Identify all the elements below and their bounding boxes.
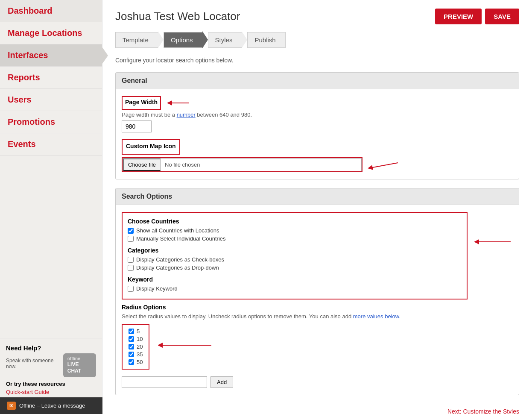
categories-label: Categories <box>128 247 462 254</box>
show-all-countries-checkbox[interactable] <box>128 228 134 234</box>
sidebar-item-dashboard[interactable]: Dashboard <box>0 0 102 22</box>
next-link[interactable]: Next: Customize the Styles <box>447 408 519 414</box>
show-all-countries-label: Show all Countries with Locations <box>136 227 219 234</box>
radius-checkboxes-box: 5 10 20 35 <box>122 324 149 370</box>
sidebar-item-users[interactable]: Users <box>0 89 102 111</box>
live-chat-offline: offline <box>67 356 92 361</box>
tab-template[interactable]: Template <box>115 31 164 48</box>
bottom-offline-bar[interactable]: ✉ Offline – Leave a message <box>0 397 102 414</box>
radius-35-checkbox[interactable] <box>129 352 134 357</box>
preview-button[interactable]: PREVIEW <box>435 9 482 24</box>
page-width-outlined-box: Page Width <box>122 96 161 110</box>
add-radius-input[interactable] <box>122 376 207 388</box>
radius-arrow <box>158 324 213 349</box>
radius-options-desc: Select the radius values to display. Unc… <box>122 313 513 320</box>
sidebar-item-label: Manage Locations <box>8 28 82 38</box>
tab-styles[interactable]: Styles <box>208 31 248 48</box>
radius-20-label: 20 <box>137 344 143 350</box>
radius-10-label: 10 <box>137 336 143 342</box>
resources-title: Or try these resources <box>6 381 96 387</box>
categories-checkboxes-label: Display Categories as Check-boxes <box>136 256 224 263</box>
search-arrow-svg <box>474 238 513 246</box>
radius-50-checkbox[interactable] <box>129 359 134 365</box>
radius-options-label: Radius Options <box>122 304 513 311</box>
page-width-input[interactable] <box>122 120 152 132</box>
sidebar-item-interfaces[interactable]: Interfaces <box>0 44 102 67</box>
add-radius-button[interactable]: Add <box>210 376 233 388</box>
custom-map-icon-field: Custom Map Icon Choose file No file chos… <box>122 139 513 172</box>
main-content: Joshua Test Web Locator PREVIEW SAVE Tem… <box>102 0 532 414</box>
radius-50-label: 50 <box>137 359 143 365</box>
general-section-body: Page Width Page <box>116 89 519 179</box>
categories-dropdown-row: Display Categories as Drop-down <box>128 264 462 271</box>
file-input-container: Choose file No file chosen <box>123 158 362 171</box>
sidebar-nav: Dashboard Manage Locations Interfaces Re… <box>0 0 102 338</box>
sidebar-item-label: Promotions <box>8 117 55 126</box>
help-subtitle: Speak with someone now. <box>6 358 61 370</box>
radius-35-label: 35 <box>137 351 143 358</box>
radius-35-row: 35 <box>129 351 143 358</box>
save-button[interactable]: SAVE <box>485 9 519 24</box>
radius-5-row: 5 <box>129 328 143 335</box>
manually-select-row: Manually Select Individual Countries <box>128 235 462 242</box>
radius-10-checkbox[interactable] <box>129 336 134 342</box>
bottom-offline-text: Offline – Leave a message <box>19 402 85 409</box>
general-section-header: General <box>116 73 519 89</box>
general-section: General Page Width <box>115 72 519 179</box>
choose-file-button[interactable]: Choose file <box>123 159 161 171</box>
page-width-label: Page Width <box>125 99 158 106</box>
live-chat-row: Speak with someone now. offline LIVE CHA… <box>6 353 96 377</box>
radius-5-label: 5 <box>137 328 140 335</box>
search-options-body: Choose Countries Show all Countries with… <box>116 205 519 395</box>
no-file-chosen-text: No file chosen <box>161 159 204 170</box>
page-title: Joshua Test Web Locator <box>115 10 240 23</box>
search-options-section: Search Options Choose Countries Show all… <box>115 188 519 395</box>
sidebar-item-label: Events <box>8 139 36 149</box>
radius-5-checkbox[interactable] <box>129 329 134 334</box>
live-chat-label: LIVE CHAT <box>67 361 92 375</box>
radius-10-row: 10 <box>129 336 143 342</box>
keyword-display-label: Display Keyword <box>136 285 178 292</box>
search-options-arrow <box>474 212 513 246</box>
sidebar-item-promotions[interactable]: Promotions <box>0 111 102 133</box>
sidebar-item-reports[interactable]: Reports <box>0 67 102 89</box>
page-width-arrow <box>165 99 191 107</box>
bottom-offline-icon: ✉ <box>7 402 16 410</box>
page-width-desc: Page width must be a number between 640 … <box>122 112 513 118</box>
tab-options[interactable]: Options <box>164 31 208 48</box>
categories-dropdown-label: Display Categories as Drop-down <box>136 264 219 271</box>
search-options-content: Choose Countries Show all Countries with… <box>122 212 513 299</box>
radius-50-row: 50 <box>129 359 143 365</box>
header-buttons: PREVIEW SAVE <box>435 9 519 24</box>
radius-row: 5 10 20 35 <box>122 324 513 374</box>
categories-checkboxes-checkbox[interactable] <box>128 257 134 263</box>
custom-map-arrow <box>366 159 400 171</box>
radius-20-row: 20 <box>129 344 143 350</box>
keyword-display-checkbox[interactable] <box>128 286 134 292</box>
radius-20-checkbox[interactable] <box>129 344 134 349</box>
section-description: Configure your locator search options be… <box>115 57 519 64</box>
quickstart-link[interactable]: Quick-start Guide <box>6 389 96 395</box>
search-options-outlined-box: Choose Countries Show all Countries with… <box>122 212 468 299</box>
categories-dropdown-checkbox[interactable] <box>128 265 134 271</box>
tab-publish[interactable]: Publish <box>247 32 285 48</box>
sidebar-item-events[interactable]: Events <box>0 133 102 156</box>
live-chat-bubble[interactable]: offline LIVE CHAT <box>63 353 96 377</box>
search-options-header: Search Options <box>116 188 519 205</box>
footer-link[interactable]: Next: Customize the Styles <box>115 404 519 414</box>
manually-select-checkbox[interactable] <box>128 236 134 242</box>
choose-countries-label: Choose Countries <box>128 218 462 225</box>
page-header: Joshua Test Web Locator PREVIEW SAVE <box>115 9 519 24</box>
page-width-field: Page Width Page <box>122 96 513 132</box>
file-input-row: Choose file No file chosen <box>122 157 513 172</box>
manually-select-label: Manually Select Individual Countries <box>136 235 226 242</box>
sidebar-item-manage-locations[interactable]: Manage Locations <box>0 22 102 44</box>
custom-map-icon-outlined-box: Custom Map Icon <box>122 139 180 155</box>
sidebar: Dashboard Manage Locations Interfaces Re… <box>0 0 102 414</box>
svg-line-1 <box>370 163 398 168</box>
keyword-display-row: Display Keyword <box>128 285 462 292</box>
tabs-row: Template Options Styles Publish <box>115 31 519 48</box>
custom-map-icon-label: Custom Map Icon <box>126 143 176 150</box>
show-all-countries-row: Show all Countries with Locations <box>128 227 462 234</box>
sidebar-item-label: Interfaces <box>8 50 48 60</box>
